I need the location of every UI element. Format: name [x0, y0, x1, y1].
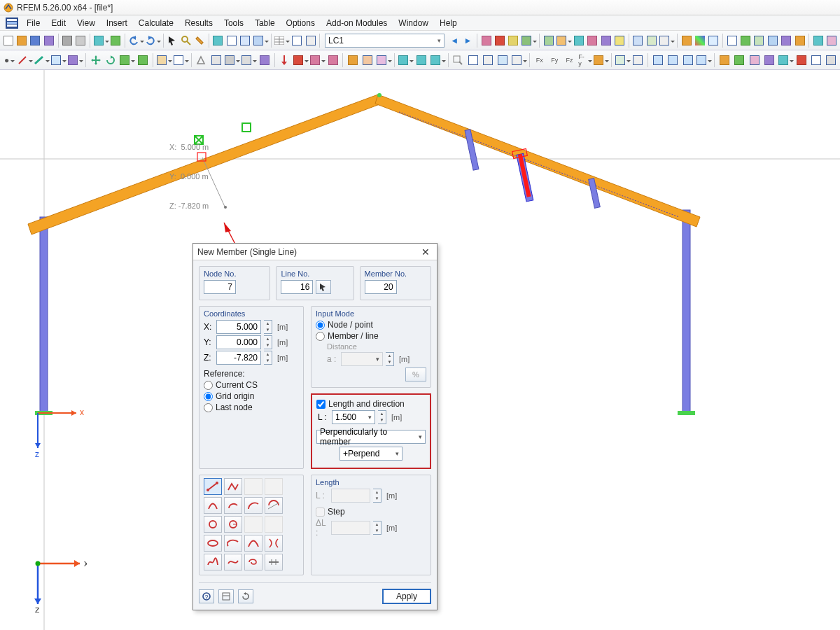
pan-icon[interactable] [511, 52, 526, 68]
im-member-radio[interactable]: Member / line [316, 331, 426, 341]
menu-calculate[interactable]: Calculate [133, 15, 179, 30]
coord-y-spinner[interactable]: ▲▼ [264, 335, 272, 349]
text-icon[interactable] [173, 52, 188, 68]
find-icon[interactable] [180, 33, 192, 48]
ref-current-radio[interactable]: Current CS [204, 380, 299, 390]
view-z-icon[interactable]: Fz [563, 52, 576, 68]
snap-icon[interactable] [739, 33, 751, 48]
pick-line-icon[interactable] [316, 280, 331, 294]
result-combo-icon[interactable] [507, 33, 519, 48]
extra1-icon[interactable] [718, 52, 731, 68]
linetype-line-icon[interactable] [204, 478, 222, 495]
next-lc-icon[interactable]: ► [462, 33, 474, 48]
close-icon[interactable]: ✕ [419, 246, 433, 258]
stresses-icon[interactable] [587, 33, 598, 48]
visibility-icon[interactable] [708, 33, 720, 48]
render1-icon[interactable] [651, 52, 664, 68]
release-icon[interactable] [241, 52, 256, 68]
length-direction-check[interactable]: Length and direction [316, 399, 426, 409]
view-x-icon[interactable]: Fx [533, 52, 546, 68]
dialog-titlebar[interactable]: New Member (Single Line) ✕ [193, 244, 437, 260]
render3-icon[interactable] [681, 52, 694, 68]
move-icon[interactable] [89, 52, 102, 68]
menu-results[interactable]: Results [179, 15, 218, 30]
support-forces-icon[interactable] [573, 33, 584, 48]
linetype-arc-icon[interactable] [204, 497, 222, 514]
direction-sign-combo[interactable]: +Perpend▾ [340, 447, 402, 461]
surface-load-icon[interactable] [309, 52, 325, 68]
undo-icon[interactable] [128, 33, 144, 48]
print-graphic-icon[interactable] [75, 33, 87, 48]
nodal-load-icon[interactable] [278, 52, 291, 68]
linetype-cut-icon[interactable] [265, 554, 283, 570]
menu-options[interactable]: Options [281, 15, 321, 30]
extra2-icon[interactable] [733, 52, 746, 68]
linetype-ellarc-icon[interactable] [224, 535, 242, 552]
temp-load-icon[interactable] [361, 52, 374, 68]
wireframe-icon[interactable] [225, 33, 237, 48]
view-y-icon[interactable]: Fy [547, 52, 561, 68]
iso-view-icon[interactable] [496, 52, 510, 68]
node-tool-icon[interactable]: ● [2, 52, 15, 68]
menu-window[interactable]: Window [393, 15, 434, 30]
imposed-icon[interactable] [346, 52, 359, 68]
deform-icon[interactable] [542, 33, 554, 48]
extra6-icon[interactable] [794, 52, 808, 68]
modules-icon[interactable] [812, 33, 824, 48]
filter-icon[interactable] [680, 33, 692, 48]
group-icon[interactable] [631, 52, 645, 68]
nodal-support-icon[interactable] [194, 52, 207, 68]
extra8-icon[interactable] [825, 52, 838, 68]
member-tool-icon[interactable] [34, 52, 49, 68]
solid-tool-icon[interactable] [67, 52, 83, 68]
eccentricity-icon[interactable] [258, 52, 271, 68]
details-button[interactable] [218, 589, 234, 603]
im-node-radio[interactable]: Node / point [316, 320, 426, 330]
materials-icon[interactable] [794, 33, 806, 48]
numbering-icon[interactable] [659, 33, 674, 48]
coord-z-spinner[interactable]: ▲▼ [264, 351, 272, 365]
menu-tools[interactable]: Tools [218, 15, 249, 30]
extra3-icon[interactable] [748, 52, 761, 68]
linetype-nurbs-icon[interactable] [224, 554, 242, 570]
measure-icon[interactable] [193, 33, 205, 48]
paste-icon[interactable] [110, 33, 122, 48]
pointer-icon[interactable] [167, 33, 178, 48]
line-load-icon[interactable] [293, 52, 308, 68]
layer-icon[interactable] [615, 52, 630, 68]
copy-icon[interactable] [93, 33, 108, 48]
linetype-hyperbola-icon[interactable] [265, 535, 283, 552]
solid-load-icon[interactable] [326, 52, 340, 68]
coord-z-input[interactable] [216, 351, 261, 365]
help-button[interactable]: ? [199, 589, 214, 603]
open-file-icon[interactable] [15, 33, 27, 48]
report-icon[interactable] [290, 33, 302, 48]
linetype-spline-icon[interactable] [204, 554, 222, 570]
linetype-parabola-icon[interactable] [244, 535, 262, 552]
menu-edit[interactable]: Edit [46, 15, 71, 30]
dimension-icon[interactable] [156, 52, 172, 68]
global-axes-icon[interactable] [645, 33, 657, 48]
linetype-circle-icon[interactable] [204, 516, 222, 533]
menu-help[interactable]: Help [434, 15, 463, 30]
scale-icon[interactable] [136, 52, 149, 68]
animation-icon[interactable] [613, 33, 625, 48]
plane-xy-icon[interactable] [398, 52, 413, 68]
local-axes-icon[interactable] [632, 33, 644, 48]
linetype-circle2-icon[interactable] [224, 516, 242, 533]
apply-button[interactable]: Apply [382, 589, 431, 604]
diagrams-icon[interactable] [600, 33, 612, 48]
linetype-ellipse-icon[interactable] [204, 535, 222, 552]
line-support-icon[interactable] [209, 52, 223, 68]
save-icon[interactable] [29, 33, 41, 48]
linetype-arc2-icon[interactable] [224, 497, 242, 514]
render4-icon[interactable] [696, 52, 711, 68]
zoom-prev-icon[interactable] [481, 52, 494, 68]
linetype-arc3-icon[interactable] [244, 497, 262, 514]
sections-icon[interactable] [766, 33, 778, 48]
ref-last-radio[interactable]: Last node [204, 402, 299, 412]
save-all-icon[interactable] [43, 33, 55, 48]
view-3d-icon[interactable] [212, 33, 224, 48]
plane-yz-icon[interactable] [430, 52, 445, 68]
zoom-window-icon[interactable] [451, 52, 464, 68]
